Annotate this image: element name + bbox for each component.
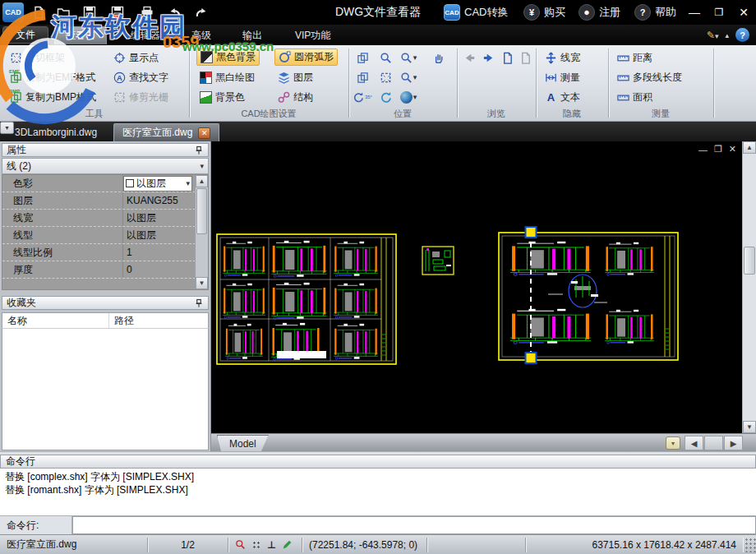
pan-button[interactable] (428, 48, 448, 67)
prop-row-thickness[interactable]: 厚度0 (2, 261, 208, 279)
hide-linewidth-button[interactable]: 线宽 (542, 49, 583, 67)
pin-icon[interactable] (194, 145, 204, 155)
doc-tab-1[interactable]: 3DLamborgini.dwg (7, 123, 105, 141)
resize-grip[interactable] (744, 538, 756, 552)
smooth-arc-button[interactable]: 圆滑弧形 (274, 48, 338, 66)
bw-draw-button[interactable]: 黑白绘图 (196, 69, 258, 86)
tab-advanced[interactable]: 高级 (181, 26, 222, 44)
mdi-minimize-icon[interactable]: — (698, 145, 708, 155)
favorites-path-column[interactable]: 路径 (109, 314, 134, 328)
file-menu-button[interactable]: 文件 (2, 26, 48, 44)
layers-button[interactable]: 图层 (274, 69, 316, 86)
zoom-out-button[interactable]: ▾ (399, 68, 418, 86)
back-button[interactable] (459, 48, 479, 67)
app-icon[interactable]: CAD (2, 2, 24, 22)
selection-combo[interactable]: 线 (2)▾ (2, 158, 209, 174)
ribbon-tab-row: 文件 查看器 编辑器 高级 输出 VIP功能 ✎▾ ▴ ? (0, 25, 756, 45)
mdi-close-icon[interactable]: ✕ (729, 144, 736, 155)
tab-output[interactable]: 输出 (232, 26, 273, 44)
scroll-down-icon[interactable]: ▼ (196, 277, 208, 289)
zoom-in-button[interactable]: ▾ (399, 48, 418, 67)
mini-help-button[interactable]: ? (735, 28, 749, 42)
zoom-select-icon[interactable] (235, 539, 246, 550)
snap-grid-icon[interactable] (251, 540, 261, 550)
tab-vip[interactable]: VIP功能 (284, 26, 341, 44)
copy-view-button[interactable] (353, 48, 372, 67)
zoom-window-button[interactable] (376, 48, 395, 67)
layout-dropdown[interactable]: ▾ (666, 436, 680, 450)
hide-measure-button[interactable]: 测量 (542, 69, 583, 86)
paste-view-button[interactable] (353, 68, 372, 86)
trim-raster-button[interactable]: 修剪光栅 (110, 89, 172, 106)
zoom-extents-button[interactable] (376, 68, 395, 86)
status-dimensions: 63715.16 x 17618.42 x 2487.414 (526, 538, 743, 552)
find-text-button[interactable]: 查找文字 (110, 69, 172, 86)
ortho-icon[interactable]: ⊥ (267, 539, 276, 551)
open-button[interactable] (53, 3, 74, 21)
distance-button[interactable]: 距离 (614, 49, 656, 67)
tab-editor[interactable]: 编辑器 (120, 26, 171, 44)
tab-viewer[interactable]: 查看器 (54, 26, 107, 44)
rotate-button[interactable] (376, 88, 395, 106)
scroll-up-icon[interactable]: ▲ (196, 175, 208, 187)
maximize-button[interactable]: ❐ (705, 0, 733, 25)
hide-text-button[interactable]: A 文本 (542, 89, 583, 106)
copy-emf-button[interactable]: EMF 复制为EMF格式 (7, 69, 99, 86)
print-button[interactable] (136, 3, 158, 21)
undo-button[interactable] (164, 3, 186, 21)
save-pdf-button[interactable]: PDF (107, 3, 128, 21)
favorites-name-column[interactable]: 名称 (2, 313, 109, 328)
prop-row-lineweight[interactable]: 线宽以图层 (2, 210, 208, 227)
cad-convert-button[interactable]: CAD CAD转换 (444, 0, 508, 25)
drawing-canvas[interactable]: — ❐ ✕ ▲ ▼ (211, 141, 756, 433)
vscroll-down-icon[interactable]: ▼ (743, 421, 756, 433)
mdi-restore-icon[interactable]: ❐ (714, 144, 722, 155)
close-button[interactable]: ✕ (730, 0, 756, 25)
model-tab[interactable]: Model (217, 435, 269, 451)
prop-row-layer[interactable]: 图层KUANG255 (2, 192, 208, 210)
hscroll-thumb[interactable] (704, 436, 723, 450)
prop-row-ltscale[interactable]: 线型比例1 (2, 244, 208, 261)
annotate-button[interactable]: ✎▾ (707, 30, 719, 41)
save-button[interactable] (79, 3, 100, 21)
zoom-globe-button[interactable]: ▾ (399, 88, 418, 106)
forward-button[interactable] (478, 48, 498, 67)
doc-tab-2[interactable]: 医疗室立面.dwg ✕ (113, 123, 219, 141)
copy-bmp-button[interactable]: BMP 复制为BMP格式 (7, 89, 99, 106)
hscroll-right-icon[interactable]: ▶ (724, 436, 743, 450)
bg-color-button[interactable]: 背景色 (196, 89, 248, 106)
new-file-button[interactable] (28, 3, 49, 21)
scrollbar-thumb[interactable] (196, 188, 207, 234)
register-button[interactable]: ☻ 注册 (579, 0, 620, 25)
hscroll-left-icon[interactable]: ◀ (685, 436, 703, 450)
pin-icon-2[interactable] (194, 298, 204, 308)
show-points-button[interactable]: 显示点 (110, 49, 162, 67)
redo-button[interactable] (191, 3, 212, 21)
group-label-hide: 隐藏 (537, 108, 607, 119)
properties-scrollbar[interactable]: ▲ ▼ (195, 175, 208, 289)
clip-frame-button[interactable]: 剪切框架 (7, 49, 68, 67)
minimize-button[interactable]: — (680, 0, 708, 25)
buy-button[interactable]: ¥ 购买 (523, 0, 565, 25)
next-view-button[interactable] (515, 48, 535, 67)
vscroll-thumb[interactable] (744, 247, 755, 275)
favorites-list[interactable] (2, 329, 209, 450)
edit-check-icon[interactable] (282, 539, 293, 550)
close-tab-icon[interactable]: ✕ (198, 127, 210, 139)
command-input[interactable] (72, 516, 756, 534)
structure-button[interactable]: 结构 (274, 89, 316, 106)
prop-row-linetype[interactable]: 线型以图层 (2, 227, 208, 244)
command-history[interactable]: 替换 [complex.shx] 字体为 [SIMPLEX.SHX] 替换 [r… (0, 469, 756, 516)
vscroll-up-icon[interactable]: ▲ (743, 141, 756, 154)
color-combo[interactable]: 以图层 ▾ (123, 176, 192, 192)
prev-view-button[interactable] (497, 48, 517, 67)
collapse-ribbon-button[interactable]: ▴ (725, 31, 729, 39)
save-icon (83, 6, 96, 19)
black-bg-button[interactable]: 黑色背景 (196, 48, 260, 66)
help-button[interactable]: ? 帮助 (634, 0, 676, 25)
command-panel-header[interactable]: 命令行 (0, 455, 756, 469)
rotate-angle-button[interactable]: 35° (353, 88, 372, 106)
polyline-length-button[interactable]: 多段线长度 (614, 69, 685, 86)
canvas-vertical-scrollbar[interactable]: ▲ ▼ (742, 141, 756, 433)
area-button[interactable]: 面积 (614, 89, 656, 106)
